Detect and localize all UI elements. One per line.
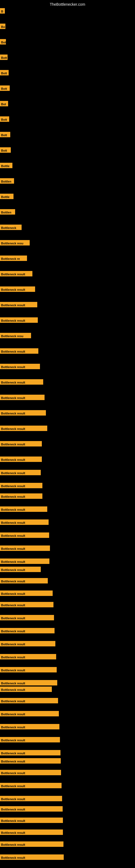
bottleneck-bar: Bottleneck re — [0, 255, 27, 261]
bottleneck-bar: Bottleneck result — [0, 364, 40, 369]
bottleneck-bar: Bottleneck result — [0, 796, 62, 801]
bar-item: Bottleneck result — [0, 532, 49, 539]
bar-item: Bottleneck result — [0, 441, 42, 447]
bottleneck-bar: Bottleneck result — [0, 426, 47, 431]
bar-item: Bottleneck result — [0, 641, 55, 648]
bottleneck-bar: B — [0, 8, 5, 13]
bar-item: Bottleneck result — [0, 578, 48, 585]
bar-item: Bottleneck result — [0, 796, 62, 802]
bar-item: Bottleneck result — [0, 470, 41, 476]
bottleneck-bar: Bottleneck result — [0, 271, 32, 276]
bar-item: Bottleneck result — [0, 602, 53, 609]
bottleneck-bar: Bottlen — [0, 178, 14, 184]
bottleneck-bar: Bottlen — [0, 209, 15, 215]
bar-item: Bott — [0, 55, 8, 61]
bar-item: Bottleneck result — [0, 558, 49, 565]
bar-item: Bottleneck result — [0, 379, 43, 386]
bottleneck-bar: Bottleneck result — [0, 590, 53, 596]
bar-item: Bottleneck re — [0, 255, 27, 262]
bar-item: Bottleneck result — [0, 654, 56, 660]
bar-item: Bottleneck result — [0, 750, 60, 756]
bar-item: Bottleneck result — [0, 711, 59, 717]
bar-item: Bottleneck result — [0, 817, 63, 824]
bottleneck-bar: Bottle — [0, 194, 13, 199]
bottleneck-bar: Bottleneck result — [0, 750, 60, 755]
bottleneck-bar: Bottleneck resu — [0, 333, 31, 338]
bar-item: Bottleneck result — [0, 426, 47, 432]
bottleneck-bar: Bott — [0, 55, 8, 60]
bar-item: Bottleneck result — [0, 567, 41, 573]
bar-item: Bottleneck — [0, 225, 21, 231]
bottleneck-bar: Bottleneck result — [0, 758, 61, 764]
bottleneck-bar: Bottleneck result — [0, 654, 56, 659]
bottleneck-bar: Bottleneck result — [0, 698, 58, 703]
bar-item: Bottleneck result — [0, 667, 57, 674]
bottleneck-bar: Bottleneck result — [0, 302, 37, 307]
bar-item: Bottleneck result — [0, 546, 50, 552]
bottleneck-bar: Bottleneck result — [0, 493, 42, 499]
site-title: TheBottlenecker.com — [50, 2, 85, 6]
bottleneck-bar: Bottleneck result — [0, 520, 49, 525]
bar-item: Bottleneck resu — [0, 333, 31, 339]
bottleneck-bar: Bottleneck result — [0, 783, 61, 788]
bar-item: Bottleneck result — [0, 770, 61, 776]
bottleneck-bar: Bottleneck — [0, 225, 21, 230]
bottleneck-bar: Bottleneck result — [0, 770, 61, 775]
bottleneck-bar: Bottleneck result — [0, 379, 43, 384]
bottleneck-bar: Bott — [0, 86, 10, 91]
bar-item: Bot — [0, 39, 6, 45]
bar-item: Bottleneck result — [0, 686, 52, 693]
bar-item: Bott — [0, 147, 11, 154]
bottleneck-bar: Bottleneck result — [0, 680, 57, 685]
bottleneck-bar: Bottleneck result — [0, 483, 42, 488]
bar-item: Bottleneck result — [0, 348, 38, 355]
bottleneck-bar: Bott — [0, 147, 11, 153]
bar-item: Bottleneck result — [0, 302, 37, 308]
bottleneck-bar: Bottleneck result — [0, 841, 63, 847]
bar-item: Bottleneck result — [0, 615, 54, 621]
bottleneck-bar: Bott — [0, 70, 9, 75]
bar-item: Bottlen — [0, 178, 14, 185]
bottleneck-bar: Bottleneck result — [0, 441, 42, 446]
bar-item: Bottle — [0, 194, 13, 200]
bar-item: Bottleneck result — [0, 271, 32, 278]
bottleneck-bar: Bottleneck result — [0, 737, 60, 742]
bottleneck-bar: Bottleneck result — [0, 686, 52, 692]
bar-item: Bottleneck result — [0, 680, 57, 686]
bottleneck-bar: Bottleneck result — [0, 806, 63, 812]
bottleneck-bar: Bot — [0, 101, 8, 106]
bar-item: Bottleneck result — [0, 506, 47, 513]
bar-item: Bottleneck result — [0, 758, 61, 765]
bar-item: B — [0, 8, 5, 14]
bottleneck-bar: Bottleneck result — [0, 602, 53, 607]
bar-item: Bottleneck result — [0, 855, 64, 861]
bottleneck-bar: Bottleneck result — [0, 558, 49, 564]
bar-item: Bottleneck result — [0, 493, 42, 500]
bottleneck-bar: Bottleneck resu — [0, 240, 30, 246]
bottleneck-bar: Bottleneck result — [0, 317, 38, 323]
bar-item: Bott — [0, 116, 9, 123]
bottleneck-bar: Bottleneck result — [0, 628, 54, 633]
bar-item: Bot — [0, 101, 8, 107]
bottleneck-bar: Bottle — [0, 163, 12, 168]
bottleneck-bar: Bottleneck result — [0, 615, 54, 620]
bottleneck-bar: Bottleneck result — [0, 532, 49, 538]
bottleneck-bar: Bottleneck result — [0, 724, 59, 730]
bottleneck-bar: Bot — [0, 39, 6, 44]
bottleneck-bar: Bottleneck result — [0, 855, 64, 860]
bar-item: Bottleneck result — [0, 520, 49, 526]
bar-item: Bottleneck result — [0, 317, 38, 324]
bar-item: Bott — [0, 70, 9, 76]
bottleneck-bar: Bo — [0, 24, 5, 29]
bar-item: Bottleneck result — [0, 724, 59, 731]
bar-item: Bottleneck result — [0, 806, 63, 813]
bar-item: Bottleneck result — [0, 364, 40, 370]
bar-item: Bottleneck result — [0, 783, 61, 789]
bar-item: Bottleneck result — [0, 410, 46, 416]
bottleneck-bar: Bottleneck result — [0, 641, 55, 646]
bottleneck-bar: Bottleneck result — [0, 410, 46, 415]
bar-item: Bottleneck result — [0, 841, 63, 848]
bar-item: Bottlen — [0, 209, 15, 216]
bottleneck-bar: Bottleneck result — [0, 348, 38, 354]
bottleneck-bar: Bottleneck result — [0, 817, 63, 823]
